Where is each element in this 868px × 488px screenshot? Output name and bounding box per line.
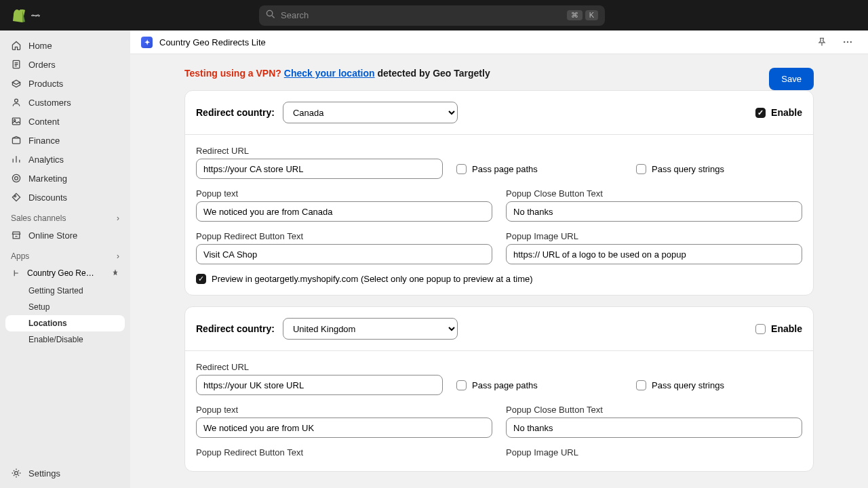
store-icon <box>11 230 22 241</box>
shopify-wordmark: shopify <box>31 7 47 24</box>
topbar: shopify Search ⌘ K <box>0 0 868 30</box>
sidebar-item-settings[interactable]: Settings <box>5 464 125 483</box>
redirect-country-label: Redirect country: <box>196 107 275 118</box>
sidebar-sub-enable-disable[interactable]: Enable/Disable <box>5 331 125 348</box>
analytics-icon <box>11 154 22 165</box>
popup-text-input[interactable] <box>196 418 492 438</box>
app-logo-icon: ✦ <box>141 37 153 48</box>
sidebar-sub-getting-started[interactable]: Getting Started <box>5 283 125 299</box>
popup-redirect-input[interactable] <box>196 244 492 264</box>
pass-query-checkbox[interactable]: Pass query strings <box>636 375 802 395</box>
shopify-logo: shopify <box>11 7 47 24</box>
page-title: Country Geo Redirects Lite <box>159 37 806 47</box>
pin-icon[interactable] <box>111 268 119 279</box>
svg-rect-4 <box>12 118 20 125</box>
country-select[interactable]: Canada <box>283 102 458 123</box>
pass-paths-checkbox[interactable]: Pass page paths <box>456 375 623 395</box>
finance-icon <box>11 135 22 146</box>
orders-icon <box>11 59 22 70</box>
sidebar-item-content[interactable]: Content <box>5 112 125 131</box>
svg-text:shopify: shopify <box>31 14 40 17</box>
sidebar-item-orders[interactable]: Orders <box>5 55 125 74</box>
svg-point-1 <box>267 10 272 16</box>
location-card-uk: Redirect country: United Kingdom Enable … <box>184 306 814 472</box>
sidebar-item-analytics[interactable]: Analytics <box>5 150 125 169</box>
chevron-right-icon[interactable]: › <box>117 251 119 261</box>
popup-close-input[interactable] <box>506 418 802 438</box>
page-header: ✦ Country Geo Redirects Lite <box>130 30 868 54</box>
content-icon <box>11 116 22 127</box>
sidebar-app-country-geo[interactable]: Country Geo Redirect... <box>5 264 125 283</box>
products-icon <box>11 78 22 89</box>
svg-point-7 <box>12 174 20 182</box>
sidebar-item-home[interactable]: Home <box>5 36 125 55</box>
popup-image-input[interactable] <box>506 244 802 264</box>
redirect-url-input[interactable] <box>196 375 443 395</box>
pass-query-checkbox[interactable]: Pass query strings <box>636 159 802 179</box>
svg-point-3 <box>15 99 18 102</box>
redirect-country-label: Redirect country: <box>196 323 275 334</box>
sales-channels-label: Sales channels› <box>5 207 125 226</box>
sidebar-item-marketing[interactable]: Marketing <box>5 169 125 188</box>
chevron-right-icon[interactable]: › <box>117 214 119 223</box>
enable-checkbox[interactable] <box>755 324 766 334</box>
country-select[interactable]: United Kingdom <box>283 318 458 340</box>
svg-point-12 <box>847 41 848 43</box>
pass-paths-checkbox[interactable]: Pass page paths <box>456 159 623 179</box>
redirect-url-input[interactable] <box>196 159 443 179</box>
svg-point-9 <box>14 195 16 197</box>
sidebar-item-online-store[interactable]: Online Store <box>5 226 125 245</box>
sidebar-item-discounts[interactable]: Discounts <box>5 188 125 207</box>
vpn-warning: Testing using a VPN? Check your location… <box>184 68 490 79</box>
content-area: Testing using a VPN? Check your location… <box>130 54 868 488</box>
svg-point-10 <box>15 472 18 475</box>
svg-point-8 <box>15 177 18 180</box>
more-icon[interactable] <box>838 33 857 52</box>
sidebar-sub-locations[interactable]: Locations <box>5 315 125 331</box>
discounts-icon <box>11 192 22 203</box>
tree-icon <box>11 268 22 279</box>
search-icon <box>266 9 275 21</box>
save-button[interactable]: Save <box>769 68 814 90</box>
sidebar-sub-setup[interactable]: Setup <box>5 299 125 315</box>
location-card-canada: Redirect country: Canada ✓ Enable Redire… <box>184 90 814 296</box>
svg-point-11 <box>844 41 845 43</box>
home-icon <box>11 40 22 51</box>
kbd-k: K <box>585 10 598 20</box>
customers-icon <box>11 97 22 108</box>
apps-label: Apps› <box>5 245 125 264</box>
svg-point-13 <box>850 41 852 43</box>
sidebar-item-finance[interactable]: Finance <box>5 131 125 150</box>
sidebar: Home Orders Products Customers Content F… <box>0 30 130 488</box>
check-location-link[interactable]: Check your location <box>284 68 375 79</box>
svg-rect-6 <box>12 138 20 144</box>
search-placeholder: Search <box>281 10 309 20</box>
enable-checkbox[interactable]: ✓ <box>755 108 766 118</box>
kbd-cmd: ⌘ <box>567 10 583 20</box>
marketing-icon <box>11 173 22 184</box>
gear-icon <box>11 468 22 479</box>
pin-icon[interactable] <box>812 33 831 52</box>
popup-text-input[interactable] <box>196 201 492 222</box>
sidebar-item-products[interactable]: Products <box>5 74 125 93</box>
popup-close-input[interactable] <box>506 201 802 222</box>
sidebar-item-customers[interactable]: Customers <box>5 93 125 112</box>
search-input[interactable]: Search ⌘ K <box>259 5 605 26</box>
preview-checkbox[interactable]: ✓ <box>196 274 206 284</box>
